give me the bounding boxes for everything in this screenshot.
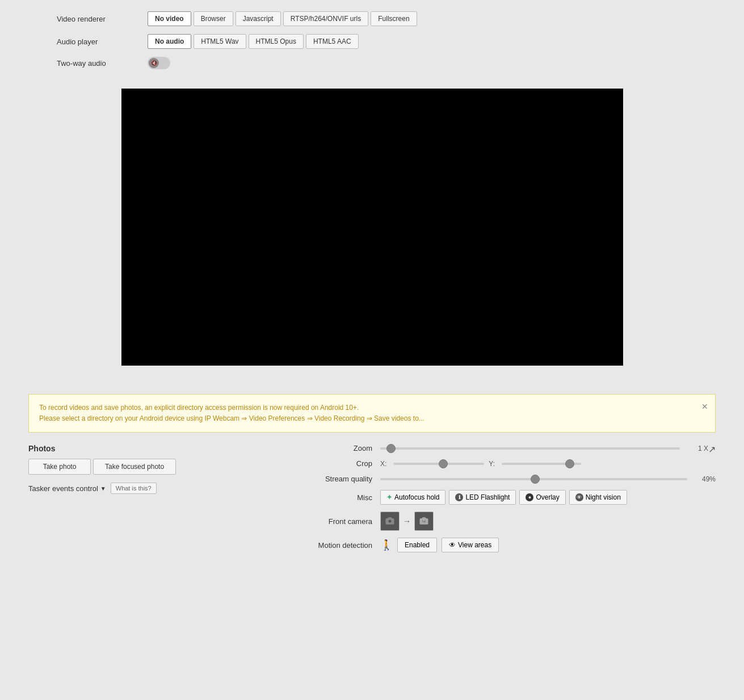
video-renderer-row: Video renderer No video Browser Javascri… bbox=[57, 11, 687, 26]
camera-arrow-icon: → bbox=[403, 517, 411, 526]
crop-y-slider[interactable] bbox=[502, 463, 581, 465]
zoom-slider[interactable] bbox=[380, 447, 680, 450]
toggle-knob: 🔇 bbox=[149, 58, 159, 68]
video-renderer-label: Video renderer bbox=[57, 15, 148, 23]
motion-detection-row: Motion detection 🚶 Enabled 👁 View areas bbox=[306, 538, 716, 552]
btn-no-audio[interactable]: No audio bbox=[148, 34, 191, 49]
motion-detection-label: Motion detection bbox=[306, 541, 380, 550]
zoom-thumb[interactable] bbox=[386, 444, 396, 453]
btn-html5-wav[interactable]: HTML5 Wav bbox=[194, 34, 246, 49]
audio-player-row: Audio player No audio HTML5 Wav HTML5 Op… bbox=[57, 34, 687, 49]
left-panel: Photos Take photo Take focused photo Tas… bbox=[28, 444, 289, 559]
plus-icon: ✦ bbox=[386, 493, 392, 501]
btn-browser[interactable]: Browser bbox=[194, 11, 233, 26]
stream-quality-value: 49% bbox=[693, 475, 716, 483]
alert-message-line2: Please select a directory on your Androi… bbox=[39, 414, 424, 422]
svg-point-1 bbox=[389, 520, 392, 523]
motion-detection-controls: 🚶 Enabled 👁 View areas bbox=[380, 538, 499, 552]
btn-html5-aac[interactable]: HTML5 AAC bbox=[306, 34, 359, 49]
zoom-value: 1 X bbox=[686, 445, 708, 452]
stream-quality-slider-container: 49% bbox=[380, 475, 716, 483]
video-renderer-options: No video Browser Javascript RTSP/h264/ON… bbox=[148, 11, 417, 26]
photos-section-title: Photos bbox=[28, 444, 289, 453]
alert-message-line1: To record videos and save photos, an exp… bbox=[39, 404, 359, 412]
view-areas-label: View areas bbox=[458, 541, 491, 549]
what-is-this-button[interactable]: What is this? bbox=[111, 483, 157, 494]
alert-box: To record videos and save photos, an exp… bbox=[28, 394, 716, 433]
two-way-audio-label: Two-way audio bbox=[57, 59, 148, 68]
crop-x-slider[interactable] bbox=[393, 463, 484, 465]
autofocus-label: Autofocus hold bbox=[394, 493, 439, 501]
stream-quality-slider[interactable] bbox=[380, 478, 687, 480]
right-panel: ↗ Zoom 1 X Crop X: bbox=[306, 444, 716, 559]
alert-close-button[interactable]: ✕ bbox=[701, 400, 708, 413]
view-areas-button[interactable]: 👁 View areas bbox=[442, 538, 499, 552]
overlay-icon: ● bbox=[526, 493, 533, 501]
eye-view-icon: 👁 bbox=[449, 541, 456, 549]
tasker-label: Tasker events control bbox=[28, 484, 98, 493]
misc-label: Misc bbox=[306, 493, 380, 502]
misc-row: Misc ✦ Autofocus hold ℹ LED Flashlight ●… bbox=[306, 490, 716, 505]
crop-x-thumb[interactable] bbox=[439, 459, 448, 468]
two-way-audio-row: Two-way audio 🔇 bbox=[57, 57, 687, 69]
camera-svg-left bbox=[384, 515, 396, 527]
video-wrapper bbox=[0, 89, 744, 366]
info-icon: ℹ bbox=[455, 493, 463, 501]
overlay-button[interactable]: ● Overlay bbox=[519, 490, 565, 505]
svg-text:f: f bbox=[423, 519, 424, 523]
led-flashlight-button[interactable]: ℹ LED Flashlight bbox=[449, 490, 516, 505]
crop-y-thumb[interactable] bbox=[565, 459, 574, 468]
overlay-label: Overlay bbox=[536, 493, 559, 501]
take-photo-button[interactable]: Take photo bbox=[28, 459, 91, 475]
front-camera-label: Front camera bbox=[306, 517, 380, 526]
stream-quality-thumb[interactable] bbox=[531, 475, 540, 484]
tasker-caret-icon: ▼ bbox=[100, 485, 106, 492]
stream-quality-row: Stream quality 49% bbox=[306, 475, 716, 483]
btn-rtsp[interactable]: RTSP/h264/ONVIF urls bbox=[283, 11, 369, 26]
zoom-row: Zoom 1 X bbox=[306, 444, 708, 452]
tasker-dropdown[interactable]: Tasker events control ▼ bbox=[28, 484, 106, 493]
tasker-row: Tasker events control ▼ What is this? bbox=[28, 483, 289, 494]
audio-player-label: Audio player bbox=[57, 37, 148, 46]
camera-icon-right[interactable]: f bbox=[414, 512, 434, 531]
svg-rect-2 bbox=[388, 518, 392, 519]
two-way-audio-toggle[interactable]: 🔇 bbox=[148, 57, 170, 69]
toggle-switch[interactable]: 🔇 bbox=[148, 57, 170, 69]
zoom-slider-container: 1 X bbox=[380, 445, 708, 452]
btn-no-video[interactable]: No video bbox=[148, 11, 191, 26]
motion-enabled-button[interactable]: Enabled bbox=[397, 538, 437, 552]
content-grid: Photos Take photo Take focused photo Tas… bbox=[28, 444, 716, 559]
camera-icon-left bbox=[380, 512, 400, 531]
front-camera-row: Front camera → bbox=[306, 512, 716, 531]
led-flashlight-label: LED Flashlight bbox=[465, 493, 510, 501]
speaker-icon: 🔇 bbox=[151, 60, 157, 66]
motion-person-icon: 🚶 bbox=[380, 539, 393, 551]
eye-icon: 👁 bbox=[575, 493, 583, 501]
crop-label: Crop bbox=[306, 459, 380, 468]
external-link-icon[interactable]: ↗ bbox=[708, 444, 716, 455]
video-canvas bbox=[121, 89, 623, 366]
stream-quality-label: Stream quality bbox=[306, 475, 380, 483]
bottom-section: To record videos and save photos, an exp… bbox=[0, 383, 744, 571]
photo-buttons: Take photo Take focused photo bbox=[28, 459, 289, 475]
zoom-label: Zoom bbox=[306, 444, 380, 452]
btn-javascript[interactable]: Javascript bbox=[236, 11, 281, 26]
night-vision-button[interactable]: 👁 Night vision bbox=[569, 490, 627, 505]
btn-html5-opus[interactable]: HTML5 Opus bbox=[249, 34, 304, 49]
btn-fullscreen[interactable]: Fullscreen bbox=[371, 11, 417, 26]
misc-buttons: ✦ Autofocus hold ℹ LED Flashlight ● Over… bbox=[380, 490, 627, 505]
crop-x-label: X: bbox=[380, 460, 386, 468]
audio-player-options: No audio HTML5 Wav HTML5 Opus HTML5 AAC bbox=[148, 34, 359, 49]
crop-y-label: Y: bbox=[489, 460, 495, 468]
motion-enabled-label: Enabled bbox=[405, 541, 430, 549]
take-focused-photo-button[interactable]: Take focused photo bbox=[93, 459, 176, 475]
autofocus-button[interactable]: ✦ Autofocus hold bbox=[380, 490, 445, 505]
crop-row: Crop X: Y: bbox=[306, 459, 716, 468]
crop-slider-container: X: Y: bbox=[380, 460, 716, 468]
camera-svg-right: f bbox=[418, 515, 430, 527]
night-vision-label: Night vision bbox=[586, 493, 621, 501]
front-camera-toggle: → f bbox=[380, 512, 434, 531]
